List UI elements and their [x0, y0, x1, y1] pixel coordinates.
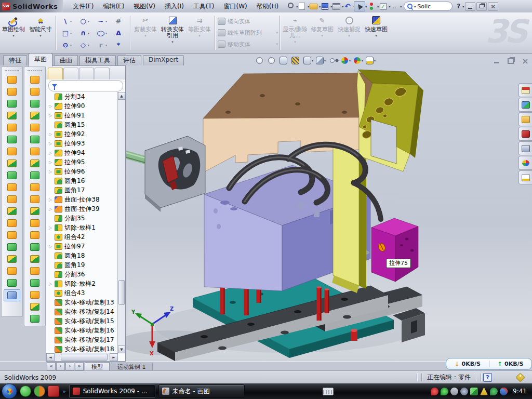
scroll-right-icon[interactable]: ►: [110, 353, 118, 361]
expand-arrow-icon[interactable]: [48, 132, 53, 137]
expand-arrow-icon[interactable]: [48, 169, 53, 174]
scrollbar-thumb[interactable]: [118, 280, 125, 305]
dome-button[interactable]: [27, 289, 43, 300]
mirror-entities-button[interactable]: 镜向实体 ▾: [217, 16, 278, 27]
zoom-fit-button[interactable]: ▾: [254, 55, 265, 65]
tree-item[interactable]: 组合42: [46, 232, 118, 242]
tree-item[interactable]: 分割35: [46, 214, 118, 223]
dropdown-caret-icon[interactable]: ▾: [12, 34, 15, 38]
tree-item[interactable]: 拉伸96: [46, 167, 118, 176]
fillet-tool[interactable]: ▾: [93, 39, 111, 51]
antivirus-tray-icon[interactable]: [431, 388, 438, 395]
open-icon[interactable]: ▾: [308, 2, 318, 11]
surface-extrude-button[interactable]: [27, 146, 43, 157]
untrim-surface-button[interactable]: [27, 230, 43, 241]
search-input[interactable]: Solic: [417, 3, 431, 10]
tree-item[interactable]: 实体-移动/复制13: [46, 298, 118, 307]
expand-arrow-icon[interactable]: [48, 160, 53, 165]
tree-item[interactable]: 拉伸93: [46, 139, 118, 148]
tree-item[interactable]: 拉伸91: [46, 111, 118, 120]
close-button[interactable]: [488, 2, 498, 11]
tree-item[interactable]: 实体-移动/复制17: [46, 335, 118, 344]
property-manager-tab[interactable]: [63, 68, 78, 79]
render-scene-button[interactable]: ▾: [352, 55, 363, 65]
delete-body-button[interactable]: [4, 242, 20, 252]
dropdown-caret-icon[interactable]: ▾: [362, 59, 363, 62]
curves-button[interactable]: [4, 277, 20, 288]
first-tab-button[interactable]: [47, 362, 56, 370]
hide-show-items-button[interactable]: ▾: [327, 55, 338, 65]
dropdown-caret-icon[interactable]: ▾: [171, 40, 174, 44]
start-button[interactable]: [2, 383, 17, 399]
menu-item[interactable]: 帮助(H): [252, 1, 283, 12]
service-tray-icon[interactable]: [500, 388, 508, 395]
shut-off-surface-button[interactable]: [27, 254, 43, 264]
revolved-surface-button[interactable]: [27, 86, 43, 97]
extruded-boss-button[interactable]: [4, 74, 20, 85]
parting-surface-button[interactable]: [27, 265, 43, 276]
dropdown-caret-icon[interactable]: ▾: [88, 19, 89, 23]
circle-tool[interactable]: ▾: [75, 15, 93, 27]
polygon-tool[interactable]: ▾: [75, 39, 93, 51]
rebuild-icon[interactable]: ▾: [366, 2, 377, 11]
delete-face-button[interactable]: [27, 206, 43, 217]
tree-item[interactable]: 分割36: [46, 270, 118, 279]
knit-surface-button[interactable]: [27, 122, 43, 133]
dropdown-caret-icon[interactable]: ▾: [88, 31, 89, 35]
tree-item[interactable]: 拉伸92: [46, 129, 118, 139]
tag-icon[interactable]: [515, 373, 525, 382]
menu-item[interactable]: 文件(F): [68, 1, 98, 12]
linear-sketch-pattern-button[interactable]: 线性草图阵列 ▾: [217, 28, 278, 38]
design-library-tab[interactable]: [518, 98, 532, 112]
ribbon-tab[interactable]: 模具工具: [79, 55, 116, 65]
tree-item[interactable]: 拉伸97: [46, 242, 118, 251]
ribbon-tab[interactable]: 曲面: [54, 55, 78, 65]
dropdown-caret-icon[interactable]: ▾: [105, 31, 107, 35]
next-tab-button[interactable]: [65, 362, 74, 370]
dropdown-caret-icon[interactable]: ▾: [105, 19, 107, 23]
ribbon-tab[interactable]: DimXpert: [143, 55, 184, 65]
repair-sketch-button[interactable]: 修复草图 ▾: [309, 13, 336, 52]
tree-item[interactable]: 拉伸94: [46, 148, 118, 157]
view-palette-tab[interactable]: [518, 141, 532, 155]
tree-horizontal-scrollbar[interactable]: ◄ ►: [46, 353, 118, 361]
save-icon[interactable]: ▾: [320, 2, 330, 11]
parting-line-button[interactable]: [27, 242, 43, 252]
expand-arrow-icon[interactable]: [48, 104, 53, 109]
annotations-button[interactable]: ▾: [364, 55, 376, 65]
view-orientation-button[interactable]: ▾: [314, 55, 326, 65]
menu-item[interactable]: 窗口(W): [219, 1, 252, 12]
tree-item[interactable]: 实体-移动/复制15: [46, 316, 118, 326]
ribbon-tab[interactable]: 草图: [29, 53, 52, 66]
pin-icon[interactable]: ▾: [285, 2, 296, 11]
doc-close-button[interactable]: [520, 57, 530, 65]
taskbar-clock[interactable]: 9:41: [513, 388, 527, 395]
trim-surface-button[interactable]: [27, 110, 43, 121]
hole-wizard-button[interactable]: [4, 146, 20, 157]
search-caret-icon[interactable]: ▾: [414, 5, 416, 8]
tree-item[interactable]: 圆角19: [46, 260, 118, 270]
warning-tray-icon[interactable]: [480, 388, 488, 395]
display-style-button[interactable]: ▾: [302, 55, 313, 65]
tree-item[interactable]: 曲面-拉伸38: [46, 195, 118, 204]
mirror-button[interactable]: [4, 206, 20, 217]
fillet-surface-button[interactable]: [27, 277, 43, 288]
scroll-left-icon[interactable]: ◄: [46, 353, 55, 361]
ribbon-tab[interactable]: 特征: [3, 55, 27, 65]
planar-surface-button[interactable]: [27, 134, 43, 145]
quick-snaps-button[interactable]: 快速捕捉 ▾: [336, 13, 363, 52]
line-tool[interactable]: ▾: [58, 15, 75, 27]
menu-item[interactable]: 编辑(E): [98, 1, 129, 12]
lofted-boss-button[interactable]: [4, 122, 20, 133]
expand-arrow-icon[interactable]: [48, 207, 53, 211]
display-delete-relations-button[interactable]: 显示/删除几... ▾: [282, 13, 309, 52]
dropdown-caret-icon[interactable]: ▾: [375, 34, 377, 38]
select-icon[interactable]: ▾: [354, 1, 365, 11]
defender-tray-icon[interactable]: [490, 388, 498, 395]
sketch-button[interactable]: 草图绘制 ▾: [0, 13, 27, 52]
help-button[interactable]: ?: [457, 3, 460, 10]
tree-item[interactable]: 实体-移动/复制14: [46, 307, 118, 316]
model-tab[interactable]: 运动算例 1: [111, 363, 153, 371]
expand-arrow-icon[interactable]: [48, 197, 53, 202]
combine-button[interactable]: [4, 218, 20, 229]
